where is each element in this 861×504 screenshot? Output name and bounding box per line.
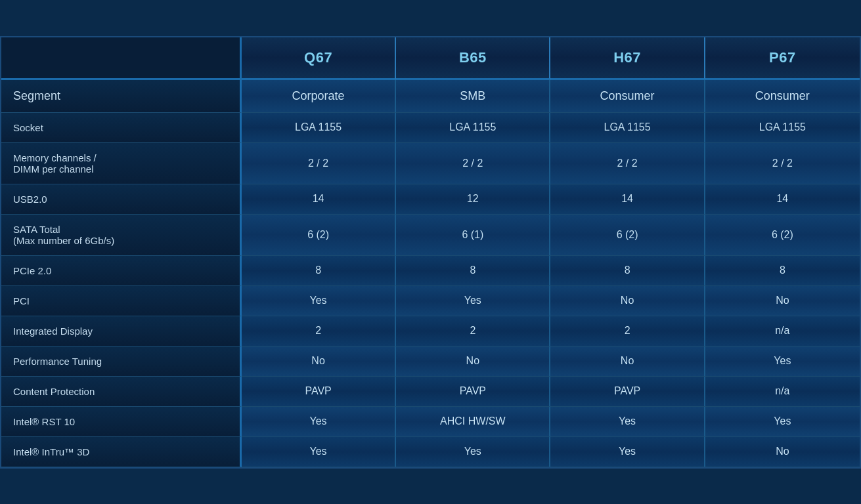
row-label: Intel® InTru™ 3D [1,437,242,467]
cell-q67: Corporate [242,80,396,113]
cell-q67: Yes [242,437,396,467]
cell-q67: 6 (2) [242,215,396,256]
header-q67: Q67 [242,37,396,80]
row-label: PCI [1,286,242,316]
cell-h67: PAVP [550,377,705,407]
cell-q67: No [242,346,396,377]
cell-h67: No [550,346,705,377]
cell-h67: No [550,286,705,316]
table-row: Memory channels / DIMM per channel2 / 22… [1,143,860,184]
cell-q67: 14 [242,184,396,215]
table-row: Performance TuningNoNoNoYes [1,346,860,377]
cell-b65: 8 [396,256,550,286]
table-row: USB2.014121414 [1,184,860,215]
header-h67: H67 [550,37,705,80]
cell-p67: LGA 1155 [705,113,860,143]
cell-h67: 2 [550,316,705,346]
cell-p67: 6 (2) [705,215,860,256]
cell-q67: 2 / 2 [242,143,396,184]
cell-b65: AHCI HW/SW [396,407,550,437]
table-row: Content ProtectionPAVPPAVPPAVPn/a [1,377,860,407]
row-label: Socket [1,113,242,143]
cell-b65: 12 [396,184,550,215]
comparison-table: Q67 B65 H67 P67 SegmentCorporateSMBConsu… [0,36,861,469]
cell-p67: Consumer [705,80,860,113]
row-label: Intel® RST 10 [1,407,242,437]
table-row: PCIYesYesNoNo [1,286,860,316]
cell-b65: 6 (1) [396,215,550,256]
cell-b65: SMB [396,80,550,113]
row-label: Content Protection [1,377,242,407]
cell-h67: LGA 1155 [550,113,705,143]
cell-q67: 8 [242,256,396,286]
cell-p67: 8 [705,256,860,286]
cell-b65: 2 / 2 [396,143,550,184]
header-b65: B65 [396,37,550,80]
cell-h67: 8 [550,256,705,286]
cell-b65: Yes [396,286,550,316]
cell-p67: No [705,286,860,316]
cell-q67: LGA 1155 [242,113,396,143]
cell-b65: No [396,346,550,377]
table-row: SocketLGA 1155LGA 1155LGA 1155LGA 1155 [1,113,860,143]
cell-q67: 2 [242,316,396,346]
cell-h67: 6 (2) [550,215,705,256]
header-p67: P67 [705,37,860,80]
cell-h67: Consumer [550,80,705,113]
cell-b65: PAVP [396,377,550,407]
table-row: SegmentCorporateSMBConsumerConsumer [1,80,860,113]
cell-p67: n/a [705,377,860,407]
row-label: USB2.0 [1,184,242,215]
row-label: SATA Total (Max number of 6Gb/s) [1,215,242,256]
cell-b65: LGA 1155 [396,113,550,143]
cell-p67: 2 / 2 [705,143,860,184]
row-label: PCIe 2.0 [1,256,242,286]
cell-p67: Yes [705,407,860,437]
cell-p67: Yes [705,346,860,377]
table-row: Intel® InTru™ 3DYesYesYesNo [1,437,860,467]
cell-h67: Yes [550,407,705,437]
row-label: Integrated Display [1,316,242,346]
table-row: Integrated Display222n/a [1,316,860,346]
cell-p67: n/a [705,316,860,346]
cell-q67: PAVP [242,377,396,407]
cell-b65: 2 [396,316,550,346]
cell-h67: Yes [550,437,705,467]
table-row: PCIe 2.08888 [1,256,860,286]
cell-p67: No [705,437,860,467]
cell-q67: Yes [242,407,396,437]
table-header: Q67 B65 H67 P67 [1,37,860,80]
table-row: Intel® RST 10YesAHCI HW/SWYesYes [1,407,860,437]
row-label: Performance Tuning [1,346,242,377]
cell-b65: Yes [396,437,550,467]
cell-q67: Yes [242,286,396,316]
row-label: Memory channels / DIMM per channel [1,143,242,184]
table-row: SATA Total (Max number of 6Gb/s)6 (2)6 (… [1,215,860,256]
header-label-col [1,37,242,80]
row-label: Segment [1,80,242,113]
cell-h67: 2 / 2 [550,143,705,184]
cell-p67: 14 [705,184,860,215]
cell-h67: 14 [550,184,705,215]
